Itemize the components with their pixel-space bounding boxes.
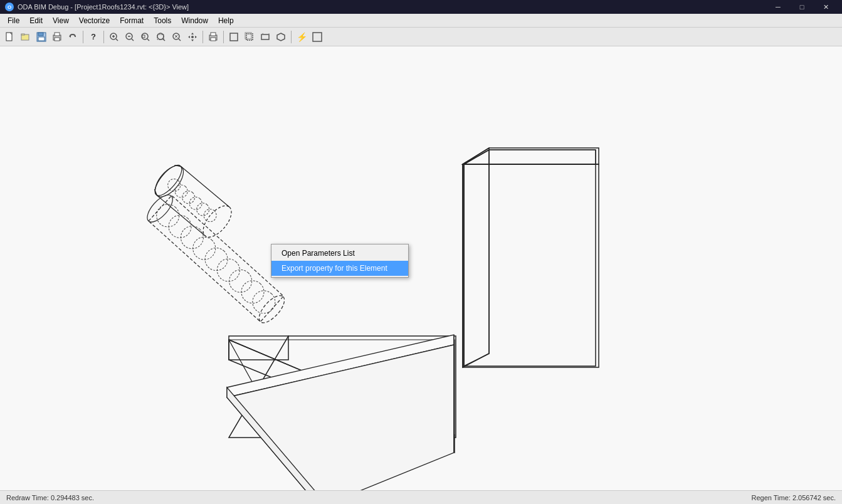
zoom-out-button[interactable]: [122, 29, 137, 45]
status-bar: Redraw Time: 0.294483 sec. Regen Time: 2…: [0, 490, 842, 504]
context-menu-open-params[interactable]: Open Parameters List: [271, 246, 408, 261]
svg-rect-42: [313, 33, 322, 41]
zoom-window-button[interactable]: [154, 29, 169, 45]
maximize-button[interactable]: □: [791, 0, 813, 14]
open-button[interactable]: [18, 29, 33, 45]
regen-time: Regen Time: 2.056742 sec.: [751, 494, 836, 501]
zoom-all-button[interactable]: [169, 29, 184, 45]
context-menu-export-property[interactable]: Export property for this Element: [271, 261, 408, 276]
title-bar-title: ODA BIM Debug - [Project1Roofs1234.rvt: …: [18, 3, 189, 11]
menu-file[interactable]: File: [3, 14, 24, 28]
title-bar-left: O ODA BIM Debug - [Project1Roofs1234.rvt…: [5, 3, 189, 11]
svg-marker-28: [191, 39, 194, 41]
menu-bar: File Edit View Vectorize Format Tools Wi…: [0, 14, 842, 28]
close-button[interactable]: ✕: [814, 0, 837, 14]
svg-rect-2: [21, 34, 24, 35]
menu-vectorize[interactable]: Vectorize: [74, 14, 115, 28]
view-top-button[interactable]: [258, 29, 273, 45]
svg-point-86: [248, 286, 280, 318]
svg-marker-30: [195, 36, 197, 38]
view-ortho-button[interactable]: [273, 29, 288, 45]
zoom-in-button[interactable]: [107, 29, 122, 45]
svg-line-13: [116, 39, 118, 41]
menu-help[interactable]: Help: [213, 14, 239, 28]
toolbar-sep-1: [83, 31, 83, 43]
svg-line-24: [179, 39, 181, 41]
lightning-button[interactable]: ⚡: [294, 29, 309, 45]
toolbar-sep-5: [291, 31, 292, 43]
svg-point-85: [237, 276, 269, 308]
svg-line-18: [147, 39, 149, 41]
save-button[interactable]: [34, 29, 49, 45]
print2-button[interactable]: [206, 29, 221, 45]
context-menu[interactable]: Open Parameters List Export property for…: [271, 244, 409, 278]
svg-point-84: [224, 265, 256, 297]
viewport[interactable]: Open Parameters List Export property for…: [0, 46, 842, 490]
menu-view[interactable]: View: [48, 14, 74, 28]
shapes-overlay: [0, 46, 842, 490]
svg-line-16: [132, 39, 134, 41]
app-icon: O: [5, 3, 14, 11]
svg-marker-41: [277, 33, 285, 41]
new-button[interactable]: [3, 29, 18, 45]
svg-rect-5: [38, 37, 45, 41]
menu-window[interactable]: Window: [176, 14, 213, 28]
svg-rect-19: [142, 35, 145, 38]
toolbar-sep-2: [103, 31, 104, 43]
toolbar: ? ⚡: [0, 28, 842, 46]
svg-marker-69: [463, 148, 599, 164]
toolbar-sep-3: [203, 31, 203, 43]
svg-point-82: [201, 243, 233, 275]
view-front-button[interactable]: [226, 29, 241, 45]
svg-rect-75: [149, 196, 283, 322]
svg-point-78: [152, 200, 184, 232]
pan-button[interactable]: [185, 29, 200, 45]
title-bar-controls[interactable]: ─ □ ✕: [767, 0, 837, 14]
svg-point-31: [191, 36, 194, 38]
svg-marker-67: [463, 164, 599, 367]
svg-rect-38: [261, 34, 269, 39]
svg-rect-8: [55, 38, 60, 41]
svg-rect-7: [55, 33, 60, 36]
minimize-button[interactable]: ─: [767, 0, 789, 14]
svg-rect-33: [211, 33, 216, 36]
menu-format[interactable]: Format: [115, 14, 149, 28]
title-bar: O ODA BIM Debug - [Project1Roofs1234.rvt…: [0, 0, 842, 14]
svg-point-81: [188, 233, 220, 265]
undo-button[interactable]: [65, 29, 80, 45]
svg-point-80: [176, 221, 208, 253]
svg-marker-27: [191, 33, 194, 34]
tools2-button[interactable]: [310, 29, 325, 45]
svg-marker-68: [463, 148, 489, 367]
svg-point-83: [213, 255, 245, 286]
svg-rect-34: [211, 38, 216, 41]
zoom-extents-button[interactable]: [138, 29, 153, 45]
svg-marker-29: [188, 36, 190, 38]
toolbar-sep-4: [223, 31, 224, 43]
menu-tools[interactable]: Tools: [149, 14, 176, 28]
svg-point-79: [164, 211, 196, 243]
help-button[interactable]: ?: [86, 29, 101, 45]
svg-rect-35: [230, 33, 238, 41]
svg-rect-4: [38, 33, 43, 36]
print-button[interactable]: [50, 29, 65, 45]
menu-edit[interactable]: Edit: [24, 14, 48, 28]
view-back-button[interactable]: [242, 29, 257, 45]
redraw-time: Redraw Time: 0.294483 sec.: [6, 494, 94, 501]
